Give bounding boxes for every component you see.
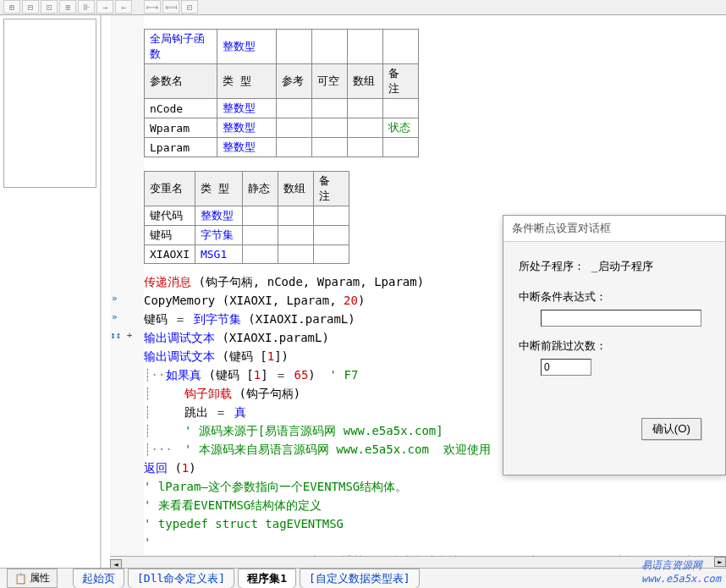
toolbar-btn-4[interactable]: ≣: [59, 0, 76, 14]
toolbar-btn-2[interactable]: ⊟: [22, 0, 39, 14]
table-row: 键代码整数型: [145, 206, 349, 226]
dialog-title: 条件断点设置对话框: [503, 216, 725, 242]
code-line: ': [144, 533, 726, 552]
vars-table: 变重名类 型静态数组备 注 键代码整数型 键码字节集 XIAOXIMSG1: [144, 171, 349, 264]
code-line: ' typedef struct tagEVENTMSG: [144, 514, 726, 533]
toolbar-btn-7[interactable]: ←: [115, 0, 132, 14]
table-row: Wparam整数型状态: [145, 118, 419, 138]
scroll-left-icon[interactable]: ◄: [110, 559, 122, 568]
toolbar-btn-10[interactable]: ⊡: [181, 0, 198, 14]
toolbar-btn-8[interactable]: ⟼: [144, 0, 161, 14]
t2-col-2: 静态: [242, 172, 278, 206]
cond-input[interactable]: [541, 310, 701, 327]
t1-col-5: 备 注: [383, 64, 419, 99]
tab-start[interactable]: 起始页: [73, 569, 124, 589]
code-line: ' lParam–这个参数指向一个EVENTMSG结构体。: [144, 477, 726, 496]
tab-program[interactable]: 程序集1: [238, 569, 296, 589]
table1-head-1: 整数型: [217, 30, 277, 64]
table1-head-0: 全局钩子函数: [145, 30, 217, 64]
toolbar-btn-9[interactable]: ⟽: [162, 0, 179, 14]
tab-dll[interactable]: [Dll命令定义表]: [128, 569, 234, 589]
cond-label: 中断条件表达式：: [519, 289, 710, 305]
side-panel: [0, 15, 102, 568]
t2-col-4: 备 注: [313, 172, 349, 206]
scrollbar-horizontal[interactable]: ◄ ►: [110, 556, 726, 568]
toolbar-btn-1[interactable]: ⊞: [3, 0, 20, 14]
toolbar-btn-5[interactable]: ⊪: [78, 0, 95, 14]
side-panel-box: [3, 19, 96, 188]
skip-label: 中断前跳过次数：: [519, 338, 710, 354]
breakpoint-dialog[interactable]: 条件断点设置对话框 所处子程序： _启动子程序 中断条件表达式： 中断前跳过次数…: [503, 215, 726, 475]
table-row: Lparam整数型: [145, 138, 419, 157]
table-row: XIAOXIMSG1: [145, 245, 349, 264]
t1-col-3: 可空: [312, 64, 348, 99]
t2-col-3: 数组: [278, 172, 313, 206]
gutter-marker-1: »: [112, 293, 118, 304]
t1-col-0: 参数名: [145, 64, 217, 99]
t1-col-4: 数组: [348, 64, 383, 99]
toolbar: ⊞ ⊟ ⊡ ≣ ⊪ → ← ⟼ ⟽ ⊡: [0, 0, 726, 15]
toolbar-btn-3[interactable]: ⊡: [41, 0, 58, 14]
properties-icon: 📋: [14, 573, 27, 585]
toolbar-btn-6[interactable]: →: [96, 0, 113, 14]
gutter: » » ↕↕ +: [110, 15, 144, 556]
properties-button[interactable]: 📋 属性: [7, 569, 58, 588]
gutter-marker-3: ↕↕ +: [110, 330, 133, 341]
gutter-marker-2: »: [112, 311, 118, 322]
dialog-body: 所处子程序： _启动子程序 中断条件表达式： 中断前跳过次数： 确认(O): [503, 242, 725, 396]
code-line: ' 来看看EVENTMSG结构体的定义: [144, 496, 726, 514]
t1-col-2: 参考: [277, 64, 312, 99]
ok-button[interactable]: 确认(O): [641, 418, 701, 440]
t1-col-1: 类 型: [217, 64, 277, 99]
tab-custom-types[interactable]: [自定义数据类型表]: [300, 569, 420, 589]
skip-input[interactable]: [541, 359, 591, 376]
t2-col-0: 变重名: [145, 172, 195, 206]
table-row: nCode整数型: [145, 99, 419, 118]
credit: 易语言资源网 www.e5a5x.com: [641, 558, 721, 585]
bottom-tabs: 📋 属性 起始页 [Dll命令定义表] 程序集1 [自定义数据类型表] 易语言资…: [0, 568, 726, 588]
proc-label: 所处子程序：: [519, 260, 585, 272]
proc-value: _启动子程序: [591, 260, 653, 272]
t2-col-1: 类 型: [195, 172, 242, 206]
table-row: 键码字节集: [145, 226, 349, 245]
params-table: 全局钩子函数整数型 参数名类 型参考可空数组备 注 nCode整数型 Wpara…: [144, 29, 419, 157]
